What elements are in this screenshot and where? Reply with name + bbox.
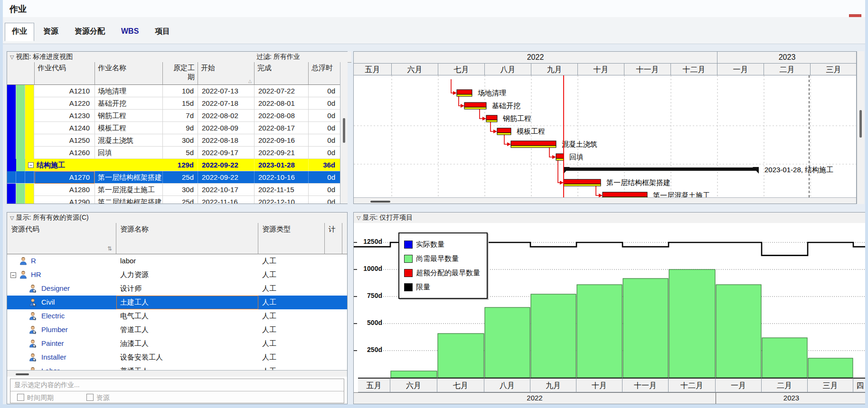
gantt-panel: 20222023 五月六月七月八月九月十月十一月十二月一月二月三月 场地清理基础… [353,51,857,204]
histogram-month-二月: 二月 [762,378,808,392]
resource-row[interactable]: Painter油漆工人人工 [7,337,347,351]
resource-type: 人工 [258,254,276,268]
column-header-4[interactable]: 开始△ [198,62,255,85]
table-row[interactable]: A1260回填5d2022-09-172022-09-210d [7,147,340,159]
histogram-month-七月: 七月 [437,378,484,392]
scrollbar-thumb[interactable] [370,201,390,203]
relationship-line [480,109,482,119]
tab-作业[interactable]: 作业 [5,23,34,41]
tab-资源[interactable]: 资源 [36,23,66,41]
table-row[interactable]: A1290第二层结构框架搭建25d2022-11-162022-12-100d [7,196,340,204]
scrollbar-thumb[interactable] [343,118,345,143]
cell-start: 2022-08-18 [198,134,255,147]
gantt-task-bar[interactable] [497,128,511,135]
table-row[interactable]: A1240模板工程9d2022-08-092022-08-170d [7,122,340,134]
expander-minus-icon[interactable]: − [28,162,34,168]
resource-column-header-1[interactable]: 资源代码⇅ [7,223,116,254]
resource-name: 设计师 [116,282,258,296]
cell-activity-name: 第一层混凝土施工 [95,184,163,196]
resource-row[interactable]: Installer设备安装工人人工 [7,351,347,364]
histogram-show-bar[interactable]: ▽显示: 仅打开项目 [354,213,867,223]
checkbox-box-icon[interactable] [86,394,94,401]
column-header-1[interactable]: 作业代码 [35,62,95,85]
column-header-2[interactable]: 作业名称 [95,62,163,85]
resource-row[interactable]: Electric电气工人人工 [7,309,347,323]
task-bar-label: 第一层结构框架搭建 [606,178,670,186]
column-header-6[interactable]: 总浮时 [309,62,340,85]
scrollbar-thumb[interactable] [16,373,29,375]
table-row[interactable]: A1250混凝土浇筑30d2022-08-182022-09-160d [7,134,340,147]
cell-start: 2022-09-22 [198,171,255,184]
person-cursor-icon [29,353,37,362]
group-band [16,147,25,159]
show-selected-activities-input[interactable]: 显示选定内容的作业... [10,379,344,391]
resource-show-bar[interactable]: ▽显示: 所有有效的资源(C) [7,213,347,223]
tab-项目[interactable]: 项目 [148,23,177,41]
table-row[interactable]: −结构施工129d2022-09-222023-01-2836d [7,159,340,171]
legend-swatch [404,241,413,249]
resource-column-header-3[interactable]: 资源类型 [258,223,325,254]
app-window: 作业 × 作业资源资源分配WBS项目 ▽视图: 标准进度视图 过滤: 所有作业 … [0,0,868,408]
column-header-5[interactable]: 完成 [255,62,309,85]
table-row[interactable]: A1230钢筋工程7d2022-08-022022-08-080d [7,110,340,122]
gantt-task-bar[interactable] [564,179,601,186]
cell-finish: 2023-01-28 [255,159,309,171]
gantt-vertical-scrollbar[interactable] [857,51,864,204]
tab-资源分配[interactable]: 资源分配 [67,23,112,41]
resource-row[interactable]: −HR人力资源人工 [7,268,347,282]
checkbox-2[interactable]: 资源 [86,394,110,402]
gantt-task-bar[interactable] [603,192,647,197]
histogram-month-四月: 四月 [853,378,867,392]
activity-vertical-scrollbar[interactable] [340,62,348,204]
collapse-triangle-icon: ▽ [357,215,360,221]
tab-WBS[interactable]: WBS [114,23,146,40]
filter-bar[interactable]: 过滤: 所有作业 [253,52,351,63]
group-band [16,110,25,122]
gantt-task-bar[interactable] [556,154,564,160]
cell-activity-name: 混凝土浇筑 [95,134,163,147]
expander-minus-icon[interactable]: − [10,272,16,278]
resource-column-header-2[interactable]: 资源名称 [116,223,258,254]
gantt-task-bar[interactable] [511,141,556,148]
task-bar-float-stripe [486,120,497,122]
gantt-month-header: 五月六月七月八月九月十月十一月十二月一月二月三月 [354,63,857,75]
column-header-3[interactable]: 原定工期 [163,62,198,85]
cell-start: 2022-08-09 [198,122,255,134]
resource-row[interactable]: Civil土建工人人工 [7,296,347,309]
table-row[interactable]: A1220基础开挖15d2022-07-182022-08-010d [7,97,340,110]
table-row[interactable]: A1210场地清理10d2022-07-132022-07-220d [7,85,340,97]
gantt-chart[interactable]: 场地清理基础开挖钢筋工程模板工程混凝土浇筑回填2023-01-28, 结构施工第… [354,75,857,197]
resource-name: 土建工人 [116,296,258,309]
scrollbar-thumb[interactable] [859,110,862,138]
resource-usage-histogram-panel: ▽显示: 仅打开项目 1250d1000d750d500d250d实际数量尚需最… [353,212,867,404]
resource-row[interactable]: Labor普通工人人工 [7,364,347,370]
gantt-month-十一月: 十一月 [624,63,671,75]
view-options-bar[interactable]: ▽视图: 标准进度视图 [7,52,253,63]
table-row[interactable]: A1280第一层混凝土施工30d2022-10-172022-11-150d [7,184,340,196]
filter-checkbox-row: 时间周期资源 [10,391,344,404]
resource-row[interactable]: Rlabor人工 [7,254,347,268]
checkbox-box-icon[interactable] [17,394,24,401]
group-band [25,110,34,122]
legend-label: 实际数量 [416,240,444,249]
gantt-horizontal-scrollbar[interactable] [354,197,857,204]
cell-activity-name: 第一层结构框架搭建 [95,171,163,184]
legend-item: 尚需最早数量 [404,251,480,266]
table-row[interactable]: A1270第一层结构框架搭建25d2022-09-222022-10-160d [7,171,340,184]
resource-show-label: 显示: 所有有效的资源(C) [16,213,88,221]
resource-row[interactable]: Plumber管道工人人工 [7,323,347,337]
resource-horizontal-scrollbar[interactable] [7,370,347,377]
resource-name: 普通工人 [116,364,258,370]
resource-column-header-4[interactable]: 计 [325,223,342,254]
column-header-label: 开始 [201,64,251,73]
person-cursor-icon [29,325,37,334]
gantt-task-bar[interactable] [486,115,497,122]
cell-activity-code: A1230 [35,110,95,122]
cell-activity-code: A1290 [35,196,95,204]
resource-type: 人工 [258,323,276,336]
gantt-task-bar[interactable] [464,102,486,109]
cell-finish: 2022-12-10 [255,196,309,204]
resource-row[interactable]: Designer设计师人工 [7,282,347,296]
gantt-task-bar[interactable] [457,90,472,96]
checkbox-1[interactable]: 时间周期 [17,394,54,402]
